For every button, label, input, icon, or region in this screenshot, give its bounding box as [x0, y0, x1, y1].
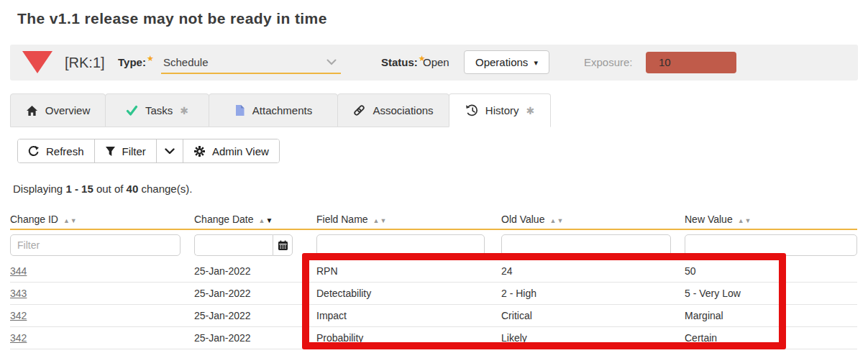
header-accent-line: [10, 229, 857, 230]
risk-id: [RK:1]: [65, 45, 105, 81]
operations-menu-button[interactable]: Operations ▾: [464, 50, 549, 74]
admin-view-button[interactable]: Admin View: [183, 139, 279, 162]
range-shown: 1 - 15: [65, 183, 93, 195]
type-dropdown-value: Schedule: [163, 56, 209, 68]
refresh-button[interactable]: Refresh: [18, 139, 94, 162]
column-header-old-value[interactable]: Old Value▲▼: [501, 209, 685, 229]
table-row: 342 25-Jan-2022 Probability Likely Certa…: [10, 327, 857, 349]
risk-severity-triangle-icon: [22, 51, 52, 73]
sort-desc-icon-active[interactable]: ▼: [265, 216, 273, 224]
sort-asc-icon[interactable]: ▲: [63, 217, 70, 224]
column-header-new-value[interactable]: New Value▲▼: [685, 209, 857, 229]
sort-asc-icon[interactable]: ▲: [259, 217, 266, 224]
cell-change-date: 25-Jan-2022: [194, 260, 316, 282]
exposure-badge: 10: [646, 52, 736, 73]
filter-dropdown-button[interactable]: [156, 139, 183, 162]
required-star-icon: ★: [147, 54, 154, 63]
gear-icon: [193, 145, 206, 157]
status-value: Open: [423, 45, 449, 81]
tab-associations[interactable]: Associations: [337, 93, 449, 127]
table-row: 343 25-Jan-2022 Detectability 2 - High 5…: [10, 283, 857, 305]
change-id-link[interactable]: 342: [10, 332, 27, 344]
sort-asc-icon[interactable]: ▲: [373, 217, 380, 224]
refresh-icon: [28, 145, 40, 157]
filter-old-value-input[interactable]: [501, 234, 671, 256]
change-id-link[interactable]: 342: [10, 310, 27, 321]
pagination-summary: Displaying 1 - 15 out of 40 change(s).: [13, 183, 192, 195]
risk-detail-bar: [RK:1] Type:★ Schedule Status:★ Open Ope…: [10, 45, 858, 81]
asterisk-icon: ✱: [180, 105, 188, 116]
cell-change-id: 342: [10, 327, 194, 349]
sort-asc-icon[interactable]: ▲: [549, 217, 557, 224]
cell-old-value: Critical: [501, 305, 685, 326]
filter-field-name-input[interactable]: [316, 234, 485, 256]
sort-desc-icon[interactable]: ▼: [745, 217, 752, 224]
date-picker-button[interactable]: [273, 234, 293, 256]
cell-old-value: 24: [501, 260, 685, 282]
sort-desc-icon[interactable]: ▼: [557, 217, 564, 224]
cell-field-name: Detectability: [316, 283, 501, 304]
table-header-row: Change ID▲▼ Change Date▲▼ Field Name▲▼ O…: [10, 209, 857, 229]
sort-asc-icon[interactable]: ▲: [738, 217, 745, 224]
cell-new-value: 5 - Very Low: [685, 283, 857, 304]
total-count: 40: [127, 183, 139, 195]
cell-change-id: 342: [10, 305, 194, 326]
table-body: 344 25-Jan-2022 RPN 24 50 343 25-Jan-202…: [10, 260, 857, 349]
history-page: The v1.1 release may not be ready in tim…: [0, 0, 868, 353]
filter-change-date-group: [194, 234, 293, 256]
cell-new-value: Certain: [685, 327, 857, 349]
filter-funnel-icon: [105, 146, 116, 157]
filter-button[interactable]: Filter: [94, 139, 156, 162]
cell-change-date: 25-Jan-2022: [194, 305, 316, 326]
column-header-change-date[interactable]: Change Date▲▼: [194, 209, 316, 229]
table-row: 342 25-Jan-2022 Impact Critical Marginal: [10, 305, 857, 327]
table-row: 344 25-Jan-2022 RPN 24 50: [10, 260, 857, 283]
cell-field-name: Probability: [316, 327, 501, 349]
check-icon: [126, 105, 138, 116]
asterisk-icon: ✱: [526, 105, 534, 116]
tab-tasks[interactable]: Tasks ✱: [105, 93, 209, 127]
column-header-change-id[interactable]: Change ID▲▼: [10, 209, 194, 229]
cell-field-name: Impact: [316, 305, 501, 326]
history-toolbar: Refresh Filter Admin View: [17, 139, 280, 163]
calendar-icon: [278, 240, 288, 251]
table-filter-row: [10, 234, 857, 257]
file-icon: [234, 104, 245, 116]
page-title: The v1.1 release may not be ready in tim…: [17, 10, 327, 27]
column-header-field-name[interactable]: Field Name▲▼: [316, 209, 501, 229]
tab-attachments[interactable]: Attachments: [209, 93, 338, 127]
sort-desc-icon[interactable]: ▼: [380, 217, 388, 224]
link-icon: [353, 104, 365, 116]
change-id-link[interactable]: 344: [10, 265, 27, 277]
cell-change-id: 344: [10, 260, 194, 282]
sort-desc-icon[interactable]: ▼: [70, 217, 78, 224]
home-icon: [26, 105, 38, 116]
status-label: Status:★: [381, 45, 426, 81]
cell-change-date: 25-Jan-2022: [194, 327, 316, 349]
tab-history[interactable]: History ✱: [449, 93, 551, 127]
cell-change-date: 25-Jan-2022: [194, 283, 316, 304]
cell-new-value: 50: [685, 260, 857, 282]
chevron-down-icon: [165, 148, 175, 155]
chevron-down-icon: [326, 59, 337, 65]
type-label: Type:★: [118, 45, 154, 81]
cell-field-name: RPN: [316, 260, 501, 282]
history-icon: [465, 104, 478, 116]
cell-old-value: 2 - High: [501, 283, 685, 304]
change-id-link[interactable]: 343: [10, 288, 27, 299]
filter-change-date-input[interactable]: [194, 234, 273, 256]
caret-down-icon: ▾: [534, 58, 538, 68]
filter-change-id-input[interactable]: [10, 234, 181, 256]
cell-change-id: 343: [10, 283, 194, 304]
filter-new-value-input[interactable]: [685, 234, 857, 256]
cell-old-value: Likely: [501, 327, 685, 349]
type-dropdown[interactable]: Schedule: [161, 52, 341, 74]
cell-new-value: Marginal: [685, 305, 857, 326]
tab-overview[interactable]: Overview: [10, 93, 106, 127]
exposure-label: Exposure:: [584, 45, 633, 81]
